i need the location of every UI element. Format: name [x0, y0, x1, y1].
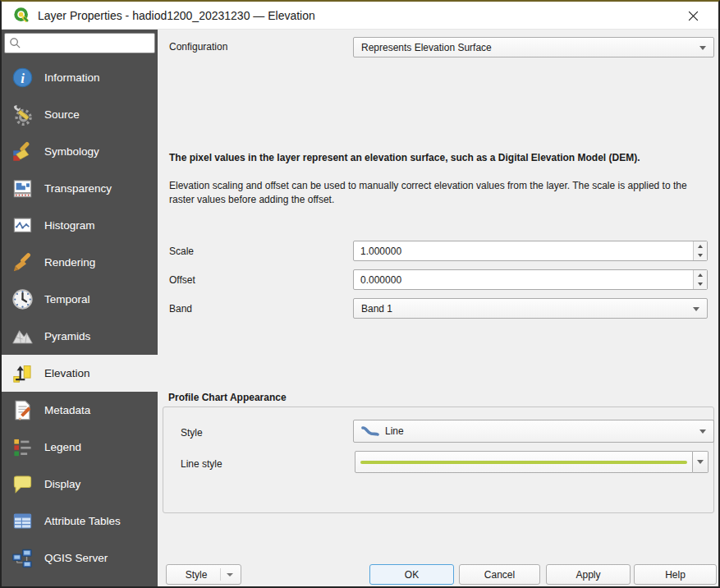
sidebar-item-metadata[interactable]: Metadata — [2, 392, 158, 429]
rendering-icon — [11, 251, 34, 274]
sidebar-item-temporal[interactable]: Temporal — [2, 281, 158, 318]
style-value: Line — [385, 425, 404, 437]
offset-spinbox[interactable] — [353, 269, 708, 290]
ok-label: OK — [405, 569, 419, 581]
configuration-value: Represents Elevation Surface — [361, 42, 492, 53]
style-menu-label: Style — [186, 569, 208, 581]
histogram-icon — [11, 214, 34, 237]
sidebar-item-information[interactable]: i Information — [2, 59, 158, 96]
elevation-scaling-description: Elevation scaling and offset can be used… — [169, 179, 709, 207]
cancel-label: Cancel — [484, 569, 515, 581]
sidebar-search[interactable] — [4, 33, 155, 53]
sidebar-item-label: Legend — [44, 441, 81, 453]
sidebar-item-label: Histogram — [44, 219, 95, 232]
sidebar-item-label: Information — [44, 71, 100, 84]
cancel-button[interactable]: Cancel — [459, 564, 540, 585]
scale-spin-up[interactable] — [694, 241, 707, 251]
button-separator — [220, 568, 221, 581]
svg-text:i: i — [21, 71, 25, 86]
chevron-down-icon — [693, 307, 699, 311]
sidebar-item-transparency[interactable]: Transparency — [2, 170, 158, 207]
sidebar-item-histogram[interactable]: Histogram — [2, 207, 158, 244]
sidebar-item-rendering[interactable]: Rendering — [2, 244, 158, 281]
search-input[interactable] — [21, 35, 154, 52]
help-label: Help — [665, 569, 686, 581]
symbology-icon — [11, 140, 34, 163]
style-combobox[interactable]: Line — [353, 420, 714, 443]
sidebar-item-source[interactable]: Source — [2, 96, 158, 133]
sidebar-item-label: Rendering — [44, 256, 95, 269]
scale-spinbox[interactable] — [353, 241, 708, 261]
scale-label: Scale — [169, 246, 194, 257]
sidebar-item-label: QGIS Server — [44, 552, 108, 564]
profile-chart-appearance-heading: Profile Chart Appearance — [168, 392, 287, 403]
chevron-down-icon — [227, 573, 233, 577]
sidebar-item-label: Temporal — [44, 293, 90, 305]
search-icon — [9, 37, 21, 49]
qgis-server-icon — [11, 547, 34, 570]
chevron-down-icon — [699, 46, 706, 50]
temporal-icon — [11, 288, 34, 311]
apply-label: Apply — [576, 569, 600, 581]
sidebar-item-label: Metadata — [44, 404, 90, 416]
legend-icon — [11, 436, 34, 459]
configuration-label: Configuration — [169, 41, 227, 53]
attribute-tables-icon — [11, 510, 34, 533]
sidebar-item-label: Symbology — [44, 145, 99, 158]
sidebar-item-legend[interactable]: Legend — [2, 429, 158, 466]
elevation-icon — [11, 362, 34, 385]
sidebar-item-label: Display — [44, 478, 80, 490]
sidebar-item-label: Attribute Tables — [44, 515, 121, 527]
sidebar-item-attribute-tables[interactable]: Attribute Tables — [2, 503, 158, 540]
chevron-down-icon — [699, 430, 706, 434]
sidebar-item-label: Elevation — [44, 367, 90, 379]
green-line-preview — [360, 461, 687, 464]
sidebar-item-label: Source — [44, 108, 80, 121]
sidebar-nav: i Information Source — [2, 59, 158, 577]
information-icon: i — [11, 67, 34, 90]
offset-input[interactable] — [354, 270, 693, 289]
chevron-down-icon — [697, 460, 704, 464]
display-icon — [11, 473, 34, 496]
elevation-surface-description-bold: The pixel values in the layer represent … — [169, 151, 709, 164]
scale-spin-down[interactable] — [694, 251, 707, 261]
elevation-panel: Configuration Represents Elevation Surfa… — [158, 30, 718, 586]
band-value: Band 1 — [361, 303, 392, 315]
band-label: Band — [169, 303, 192, 315]
window-title: Layer Properties - hadiod1200_20231230 —… — [38, 9, 315, 22]
properties-sidebar: i Information Source — [2, 30, 158, 586]
pyramids-icon — [11, 325, 34, 348]
scale-input[interactable] — [354, 241, 693, 260]
sidebar-item-symbology[interactable]: Symbology — [2, 133, 158, 170]
sidebar-item-label: Transparency — [44, 182, 112, 195]
help-button[interactable]: Help — [634, 564, 717, 585]
ok-button[interactable]: OK — [369, 564, 454, 585]
sidebar-item-label: Pyramids — [44, 330, 90, 342]
close-icon[interactable] — [679, 2, 707, 30]
sidebar-item-pyramids[interactable]: Pyramids — [2, 318, 158, 355]
configuration-combobox[interactable]: Represents Elevation Surface — [353, 37, 714, 57]
offset-spin-down[interactable] — [694, 280, 707, 290]
style-label: Style — [181, 427, 203, 439]
metadata-icon — [11, 399, 34, 422]
title-bar: Layer Properties - hadiod1200_20231230 —… — [2, 2, 718, 30]
transparency-icon — [11, 177, 34, 200]
band-combobox[interactable]: Band 1 — [353, 298, 708, 319]
apply-button[interactable]: Apply — [546, 564, 631, 585]
sidebar-item-qgis-server[interactable]: QGIS Server — [2, 540, 158, 577]
source-icon — [11, 103, 34, 126]
sidebar-item-display[interactable]: Display — [2, 466, 158, 503]
qgis-logo-icon — [13, 7, 30, 24]
offset-label: Offset — [169, 274, 195, 286]
line-symbol-icon — [361, 425, 379, 437]
offset-spin-up[interactable] — [694, 270, 707, 280]
line-style-label: Line style — [181, 458, 222, 470]
line-style-button[interactable] — [355, 451, 693, 473]
sidebar-item-elevation[interactable]: Elevation — [2, 355, 158, 392]
style-menu-button[interactable]: Style — [166, 564, 241, 585]
layer-properties-dialog: Layer Properties - hadiod1200_20231230 —… — [0, 0, 720, 588]
line-style-dropdown-button[interactable] — [693, 451, 709, 473]
